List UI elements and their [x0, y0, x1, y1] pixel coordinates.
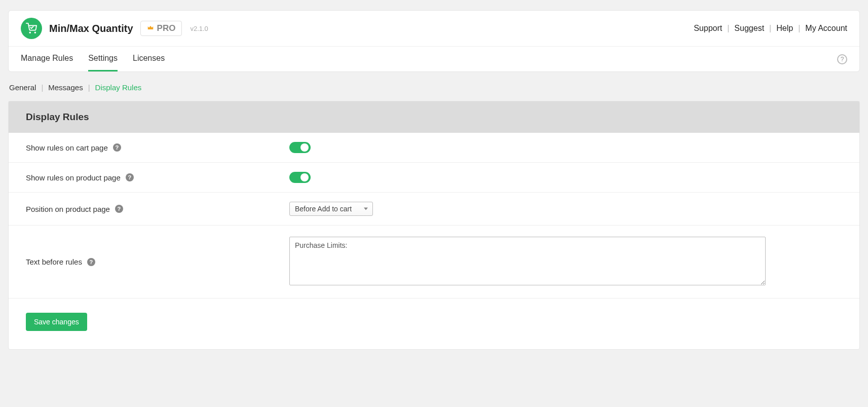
label-text-before: Text before rules [26, 257, 82, 266]
row-text-before: Text before rules ? [9, 226, 859, 299]
help-icon[interactable]: ? [87, 258, 95, 266]
row-position: Position on product page ? Before Add to… [9, 193, 859, 226]
label-show-cart: Show rules on cart page [26, 143, 108, 152]
separator: | [798, 24, 800, 33]
help-icon[interactable]: ? [837, 54, 847, 64]
link-suggest[interactable]: Suggest [734, 24, 764, 33]
link-my-account[interactable]: My Account [805, 24, 847, 33]
form-panel: Display Rules Show rules on cart page ? … [8, 101, 860, 350]
label-position: Position on product page [26, 205, 110, 213]
subnav-general[interactable]: General [9, 83, 36, 92]
pro-badge: PRO [140, 21, 182, 36]
link-help[interactable]: Help [776, 24, 793, 33]
select-position[interactable]: Before Add to cart [289, 202, 373, 216]
crown-icon [147, 24, 154, 33]
tab-manage-rules[interactable]: Manage Rules [21, 47, 73, 71]
textarea-text-before[interactable] [289, 237, 766, 285]
cart-icon [26, 23, 37, 34]
form-title: Display Rules [26, 112, 842, 123]
separator: | [41, 83, 43, 92]
separator: | [88, 83, 90, 92]
subnav-display-rules[interactable]: Display Rules [95, 83, 142, 92]
header-left: Min/Max Quantity PRO v2.1.0 [21, 18, 208, 39]
form-header: Display Rules [9, 101, 859, 133]
toggle-show-product[interactable] [289, 172, 311, 183]
form-actions: Save changes [9, 299, 859, 349]
row-show-cart: Show rules on cart page ? [9, 133, 859, 163]
tab-settings[interactable]: Settings [88, 47, 118, 71]
subnav: General | Messages | Display Rules [8, 72, 860, 101]
svg-point-1 [34, 32, 35, 33]
pro-label: PRO [157, 23, 176, 33]
app-title: Min/Max Quantity [49, 23, 133, 34]
version-label: v2.1.0 [190, 25, 208, 32]
label-show-product: Show rules on product page [26, 173, 121, 182]
save-button[interactable]: Save changes [26, 313, 87, 331]
top-panel: Min/Max Quantity PRO v2.1.0 Support | Su… [8, 10, 860, 72]
tab-licenses[interactable]: Licenses [133, 47, 165, 71]
separator: | [769, 24, 771, 33]
help-icon[interactable]: ? [113, 143, 121, 152]
help-icon[interactable]: ? [115, 205, 123, 213]
toggle-knob [300, 173, 309, 181]
subnav-messages[interactable]: Messages [48, 83, 83, 92]
toggle-show-cart[interactable] [289, 142, 311, 153]
header-links: Support | Suggest | Help | My Account [694, 24, 847, 33]
link-support[interactable]: Support [694, 24, 722, 33]
select-position-value: Before Add to cart [295, 205, 352, 213]
chevron-down-icon [364, 208, 368, 210]
separator: | [727, 24, 729, 33]
row-show-product: Show rules on product page ? [9, 163, 859, 193]
app-logo [21, 18, 42, 39]
header: Min/Max Quantity PRO v2.1.0 Support | Su… [9, 11, 859, 47]
svg-point-0 [29, 32, 30, 33]
help-icon[interactable]: ? [126, 173, 134, 181]
toggle-knob [300, 143, 309, 152]
tabs: Manage Rules Settings Licenses ? [9, 47, 859, 71]
